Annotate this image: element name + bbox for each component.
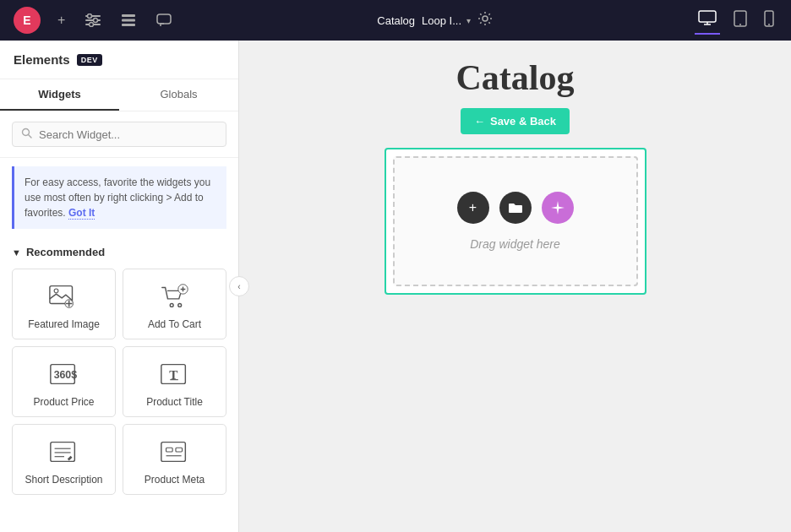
title-text: Loop I...	[422, 14, 461, 27]
widget-label-featured-image: Featured Image	[28, 318, 100, 330]
library-btn[interactable]	[499, 192, 532, 224]
title-dropdown[interactable]: Catalog Loop I... ▾	[377, 14, 471, 27]
widget-card-short-description[interactable]: Short Description	[12, 424, 116, 495]
save-back-button[interactable]: ← Save & Back	[461, 108, 570, 134]
svg-point-18	[54, 289, 58, 293]
widget-card-product-meta[interactable]: Product Meta	[123, 424, 226, 495]
device-buttons	[695, 7, 777, 35]
svg-rect-34	[175, 448, 182, 452]
folder-icon	[508, 201, 523, 214]
widget-label-short-description: Short Description	[25, 474, 102, 486]
svg-point-4	[94, 19, 98, 23]
short-description-icon	[47, 437, 81, 467]
featured-image-icon	[47, 281, 81, 312]
svg-rect-9	[157, 14, 171, 24]
svg-point-5	[90, 23, 94, 27]
topbar: E +	[0, 0, 791, 41]
dev-badge: DEV	[77, 54, 102, 66]
info-box: For easy access, favorite the widgets yo…	[12, 166, 226, 229]
section-title: ▼ Recommended	[12, 246, 226, 258]
widget-label-add-to-cart: Add To Cart	[148, 318, 201, 330]
topbar-right	[695, 7, 777, 35]
add-to-cart-icon	[158, 281, 192, 312]
search-area	[0, 111, 238, 158]
product-price-icon: 360$	[47, 359, 81, 389]
svg-text:360$: 360$	[53, 369, 77, 381]
widget-card-featured-image[interactable]: Featured Image	[12, 269, 116, 339]
sliders-icon-btn[interactable]	[82, 10, 104, 30]
save-back-label: Save & Back	[490, 115, 556, 128]
left-panel-wrap: Elements DEV Widgets Globals	[0, 41, 239, 532]
panel-header: Elements DEV	[0, 41, 238, 79]
svg-rect-7	[122, 19, 135, 22]
svg-point-20	[170, 304, 173, 307]
elementor-logo: E	[14, 7, 41, 34]
widget-label-product-title: Product Title	[146, 396, 203, 408]
ai-btn[interactable]	[542, 192, 574, 224]
tablet-icon	[734, 10, 747, 27]
comment-icon-btn[interactable]	[153, 10, 175, 30]
widget-card-product-title[interactable]: T Product Title	[123, 346, 226, 417]
svg-rect-11	[699, 11, 716, 22]
svg-rect-33	[166, 448, 172, 452]
widget-label-product-price: Product Price	[33, 396, 94, 408]
desktop-icon	[698, 10, 717, 25]
widget-label-product-meta: Product Meta	[145, 474, 205, 486]
mobile-icon	[764, 10, 774, 27]
product-title-icon: T	[158, 359, 192, 389]
left-panel: Elements DEV Widgets Globals	[0, 41, 239, 532]
catalog-header: Catalog	[456, 57, 575, 98]
panel-tabs: Widgets Globals	[0, 79, 238, 111]
comment-icon	[156, 14, 172, 27]
settings-button[interactable]	[477, 11, 493, 30]
tablet-device-btn[interactable]	[730, 7, 750, 35]
drop-zone[interactable]: + Drag widget here	[393, 156, 638, 286]
page-title: Catalog	[377, 14, 415, 27]
svg-point-3	[88, 14, 92, 19]
svg-point-15	[768, 24, 770, 25]
search-icon	[21, 128, 32, 141]
widget-card-add-to-cart[interactable]: Add To Cart	[123, 269, 226, 339]
chevron-down-icon: ▾	[466, 16, 471, 25]
main-area: Elements DEV Widgets Globals	[0, 41, 791, 532]
desktop-device-btn[interactable]	[695, 7, 720, 35]
sparkle-icon	[550, 200, 565, 215]
topbar-left: E +	[14, 7, 175, 34]
add-widget-btn[interactable]: +	[457, 192, 489, 224]
tab-widgets[interactable]: Widgets	[0, 79, 119, 111]
search-input[interactable]	[39, 128, 217, 141]
arrow-left-icon: ←	[474, 115, 485, 128]
add-button[interactable]: +	[54, 9, 68, 31]
gear-icon	[477, 11, 493, 26]
layers-icon	[121, 14, 136, 27]
tab-globals[interactable]: Globals	[119, 79, 238, 111]
widgets-grid: Featured Image	[12, 269, 226, 495]
layers-icon-btn[interactable]	[117, 10, 139, 30]
canvas-area: Catalog ← Save & Back +	[239, 41, 791, 532]
svg-point-13	[739, 24, 741, 25]
search-input-wrap	[12, 122, 226, 147]
sliders-icon	[85, 14, 101, 27]
svg-rect-8	[122, 24, 135, 26]
mobile-device-btn[interactable]	[761, 7, 777, 35]
topbar-center: Catalog Loop I... ▾	[377, 11, 493, 30]
svg-point-21	[177, 304, 181, 307]
panel-collapse-btn[interactable]: ‹	[229, 276, 249, 296]
catalog-title: Catalog	[456, 57, 575, 98]
product-meta-icon	[158, 437, 192, 467]
drop-zone-label: Drag widget here	[470, 237, 560, 251]
panel-title: Elements	[14, 52, 70, 67]
widgets-section: ▼ Recommended	[0, 237, 238, 532]
section-collapse-icon: ▼	[12, 247, 21, 258]
widget-card-product-price[interactable]: 360$ Product Price	[12, 346, 116, 417]
drop-zone-icons: +	[457, 192, 574, 224]
drop-zone-container: + Drag widget here	[385, 148, 646, 295]
svg-rect-6	[122, 14, 135, 17]
svg-point-10	[483, 16, 488, 21]
got-it-link[interactable]: Got It	[68, 207, 95, 220]
